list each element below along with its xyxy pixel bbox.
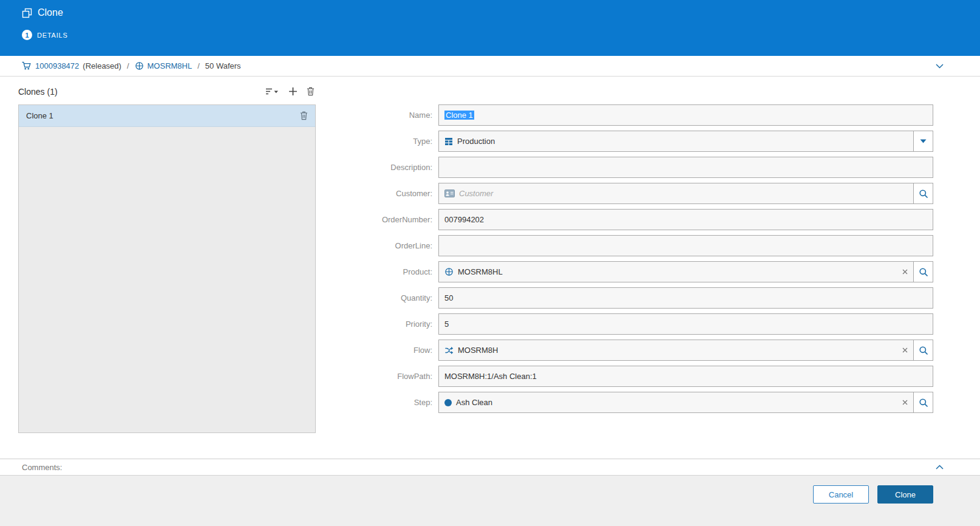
clones-toolbar — [265, 87, 316, 96]
wizard-step-details[interactable]: 1 DETAILS — [22, 30, 980, 40]
comments-collapse-chevron-up-icon[interactable] — [936, 465, 944, 470]
description-input[interactable] — [438, 157, 933, 178]
form-row-ordernumber: OrderNumber: — [316, 209, 933, 230]
form-row-product: Product: MOSRM8HL — [316, 261, 933, 282]
orderline-label: OrderLine: — [316, 241, 438, 250]
flow-value: MOSRM8H — [458, 346, 498, 355]
clones-panel-title: Clones (1) — [18, 87, 58, 97]
form-row-quantity: Quantity: — [316, 287, 933, 309]
priority-input[interactable] — [438, 313, 933, 335]
ordernumber-label: OrderNumber: — [316, 215, 438, 224]
step-input[interactable]: Ash Clean — [438, 392, 914, 413]
clones-panel: Clones (1) — [18, 86, 316, 459]
dialog-footer: Cancel Clone — [0, 475, 980, 526]
name-value-selected: Clone 1 — [444, 111, 474, 120]
id-card-icon — [444, 190, 455, 197]
form-row-priority: Priority: — [316, 313, 933, 335]
orderline-input[interactable] — [438, 235, 933, 256]
breadcrumb-expand-chevron-down-icon[interactable] — [936, 64, 944, 69]
flow-input[interactable]: MOSRM8H — [438, 340, 914, 361]
type-value: Production — [457, 137, 495, 146]
breadcrumb-order-status: (Released) — [83, 61, 121, 70]
flow-lookup-button[interactable] — [913, 340, 933, 361]
breadcrumb-separator: / — [197, 61, 200, 70]
product-input[interactable]: MOSRM8HL — [438, 261, 914, 282]
name-input[interactable]: Clone 1 — [438, 104, 933, 126]
flowpath-input[interactable] — [438, 366, 933, 387]
delete-clone-button[interactable] — [307, 87, 315, 96]
step-circle-icon — [444, 399, 452, 406]
cancel-button[interactable]: Cancel — [813, 485, 869, 504]
breadcrumb-order-link[interactable]: 1000938472 — [35, 61, 79, 70]
customer-placeholder: Customer — [459, 189, 493, 198]
main-content: Clones (1) — [0, 77, 980, 459]
clone-button[interactable]: Clone — [877, 485, 933, 504]
product-lookup-button[interactable] — [913, 261, 933, 282]
flow-clear-x-icon[interactable] — [902, 347, 908, 353]
product-value: MOSRM8HL — [458, 267, 503, 276]
breadcrumb-product-link[interactable]: MOSRM8HL — [148, 61, 192, 70]
clones-list: Clone 1 — [18, 104, 316, 433]
step-label-field: Step: — [316, 398, 438, 407]
breadcrumb-separator: / — [127, 61, 129, 70]
form-row-description: Description: — [316, 157, 933, 178]
product-label: Product: — [316, 267, 438, 276]
clone-list-item-selected[interactable]: Clone 1 — [19, 105, 315, 127]
form-row-orderline: OrderLine: — [316, 235, 933, 256]
name-label: Name: — [316, 111, 438, 120]
comments-section-bar[interactable]: Comments: — [0, 459, 980, 475]
quantity-input[interactable] — [438, 287, 933, 309]
ordernumber-input[interactable] — [438, 209, 933, 230]
type-select[interactable]: Production — [438, 131, 914, 152]
type-dropdown-button[interactable] — [913, 131, 933, 152]
cart-icon — [22, 61, 32, 70]
clone-details-form: Name: Clone 1 Type: — [316, 104, 933, 459]
step-label: DETAILS — [37, 32, 68, 39]
table-grid-icon — [444, 137, 453, 146]
clone-item-label: Clone 1 — [26, 111, 53, 120]
flow-label: Flow: — [316, 346, 438, 355]
wafer-icon — [135, 61, 144, 70]
form-row-name: Name: Clone 1 — [316, 104, 933, 126]
clone-icon — [22, 8, 32, 18]
filter-sort-button[interactable] — [265, 87, 279, 95]
step-clear-x-icon[interactable] — [902, 400, 908, 405]
breadcrumb-quantity: 50 Wafers — [205, 61, 241, 70]
priority-label: Priority: — [316, 319, 438, 329]
form-row-customer: Customer: Customer — [316, 183, 933, 204]
customer-input[interactable]: Customer — [438, 183, 914, 204]
add-clone-button[interactable] — [288, 87, 298, 96]
product-clear-x-icon[interactable] — [902, 269, 908, 275]
customer-lookup-button[interactable] — [913, 183, 933, 204]
flowpath-label: FlowPath: — [316, 372, 438, 381]
step-number-badge: 1 — [22, 30, 32, 40]
type-label: Type: — [316, 137, 438, 146]
flow-branch-icon — [444, 346, 454, 355]
breadcrumb: 1000938472 (Released) / MOSRM8HL / 50 Wa… — [0, 56, 980, 77]
step-value: Ash Clean — [456, 398, 492, 407]
description-label: Description: — [316, 163, 438, 172]
wafer-icon — [444, 267, 454, 276]
clone-dialog: Clone 1 DETAILS 1000938472 (Released) / … — [0, 0, 980, 526]
step-lookup-button[interactable] — [913, 392, 933, 413]
form-row-step: Step: Ash Clean — [316, 392, 933, 413]
comments-label: Comments: — [22, 463, 62, 472]
dialog-header: Clone 1 DETAILS — [0, 0, 980, 56]
dialog-title-row: Clone — [22, 7, 980, 18]
dialog-title: Clone — [38, 7, 63, 18]
quantity-label: Quantity: — [316, 293, 438, 302]
delete-clone-row-icon[interactable] — [300, 111, 308, 120]
customer-label: Customer: — [316, 189, 438, 198]
form-row-type: Type: Production — [316, 131, 933, 152]
form-row-flowpath: FlowPath: — [316, 366, 933, 387]
clones-panel-header: Clones (1) — [18, 86, 316, 104]
form-row-flow: Flow: MOSRM8H — [316, 340, 933, 361]
